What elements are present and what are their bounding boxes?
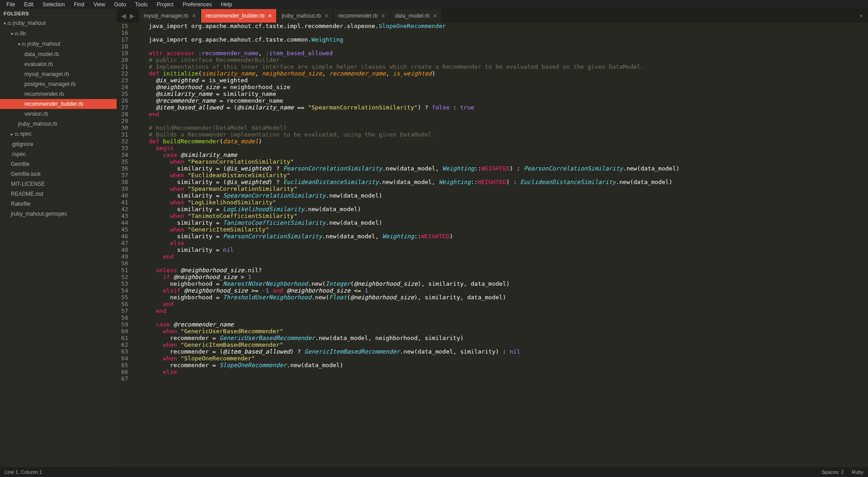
tab-label: data_model.rb — [395, 13, 430, 19]
tab-prev-icon[interactable]: ◀ — [119, 12, 128, 19]
close-icon[interactable]: × — [325, 12, 328, 19]
file-jruby-mahout-gemspec[interactable]: jruby_mahout.gemspec — [0, 209, 117, 219]
close-icon[interactable]: × — [268, 12, 272, 19]
tabbar: ◀ ▶ mysql_manager.rb×recommender_builder… — [117, 9, 868, 23]
tab-label: jruby_mahout.rb — [282, 13, 321, 19]
file-jruby-mahout-rb[interactable]: jruby_mahout.rb — [0, 119, 117, 129]
menu-preferences[interactable]: Preferences — [178, 0, 217, 9]
tab-nav-arrows: ◀ ▶ — [117, 12, 139, 19]
tab-label: recommender.rb — [338, 13, 377, 19]
code-content[interactable]: java_import org.apache.mahout.cf.taste.i… — [135, 23, 845, 467]
file-recommender-rb[interactable]: recommender.rb — [0, 89, 117, 99]
sidebar-header: FOLDERS — [0, 9, 117, 18]
tab-recommender-builder-rb[interactable]: recommender_builder.rb× — [201, 9, 276, 23]
minimap[interactable] — [845, 23, 868, 467]
file--gitignore[interactable]: .gitignore — [0, 139, 117, 149]
file-rakefile[interactable]: Rakefile — [0, 199, 117, 209]
file-mit-license[interactable]: MIT-LICENSE — [0, 179, 117, 189]
file-data-model-rb[interactable]: data_model.rb — [0, 49, 117, 59]
tabs-container: mysql_manager.rb×recommender_builder.rb×… — [139, 9, 443, 23]
line-gutter: 1516171819202122232425262728293031323334… — [117, 23, 135, 467]
menubar: FileEditSelectionFindViewGotoToolsProjec… — [0, 0, 868, 9]
file-gemfile-lock[interactable]: Gemfile.lock — [0, 169, 117, 179]
menu-goto[interactable]: Goto — [110, 0, 131, 9]
folder-jruby-mahout[interactable]: jruby_mahout — [0, 18, 117, 28]
file-postgres-manager-rb[interactable]: postgres_manager.rb — [0, 79, 117, 89]
tab-jruby-mahout-rb[interactable]: jruby_mahout.rb× — [277, 9, 333, 23]
menu-view[interactable]: View — [89, 0, 110, 9]
tabs-dropdown-icon[interactable]: ▼ — [854, 14, 868, 19]
tab-mysql-manager-rb[interactable]: mysql_manager.rb× — [139, 9, 200, 23]
menu-edit[interactable]: Edit — [19, 0, 38, 9]
folder-spec[interactable]: spec — [0, 129, 117, 139]
close-icon[interactable]: × — [433, 12, 437, 19]
sidebar: FOLDERS jruby_mahoutlibjruby_mahoutdata_… — [0, 9, 117, 467]
folder-jruby-mahout[interactable]: jruby_mahout — [0, 39, 117, 49]
menu-project[interactable]: Project — [152, 0, 178, 9]
file--rspec[interactable]: .rspec — [0, 149, 117, 159]
status-position[interactable]: Line 1, Column 1 — [5, 469, 42, 475]
tab-next-icon[interactable]: ▶ — [128, 12, 137, 19]
main-area: FOLDERS jruby_mahoutlibjruby_mahoutdata_… — [0, 9, 868, 467]
menu-find[interactable]: Find — [69, 0, 89, 9]
tab-label: mysql_manager.rb — [144, 13, 189, 19]
code-editor[interactable]: 1516171819202122232425262728293031323334… — [117, 23, 868, 467]
status-spaces[interactable]: Spaces: 2 — [821, 469, 844, 475]
tab-data-model-rb[interactable]: data_model.rb× — [391, 9, 442, 23]
tab-recommender-rb[interactable]: recommender.rb× — [334, 9, 390, 23]
file-version-rb[interactable]: version.rb — [0, 109, 117, 119]
close-icon[interactable]: × — [381, 12, 385, 19]
statusbar: Line 1, Column 1 Spaces: 2 Ruby — [0, 467, 868, 477]
file-readme-md[interactable]: README.md — [0, 189, 117, 199]
file-gemfile[interactable]: Gemfile — [0, 159, 117, 169]
status-language[interactable]: Ruby — [852, 469, 863, 475]
folder-lib[interactable]: lib — [0, 28, 117, 39]
menu-tools[interactable]: Tools — [131, 0, 152, 9]
file-evaluator-rb[interactable]: evaluator.rb — [0, 59, 117, 69]
tab-label: recommender_builder.rb — [206, 13, 264, 19]
file-tree: jruby_mahoutlibjruby_mahoutdata_model.rb… — [0, 18, 117, 219]
menu-selection[interactable]: Selection — [38, 0, 69, 9]
editor-area: ◀ ▶ mysql_manager.rb×recommender_builder… — [117, 9, 868, 467]
menu-file[interactable]: File — [2, 0, 19, 9]
menu-help[interactable]: Help — [217, 0, 237, 9]
file-recommender-builder-rb[interactable]: recommender_builder.rb — [0, 99, 117, 109]
close-icon[interactable]: × — [192, 12, 196, 19]
file-mysql-manager-rb[interactable]: mysql_manager.rb — [0, 69, 117, 79]
